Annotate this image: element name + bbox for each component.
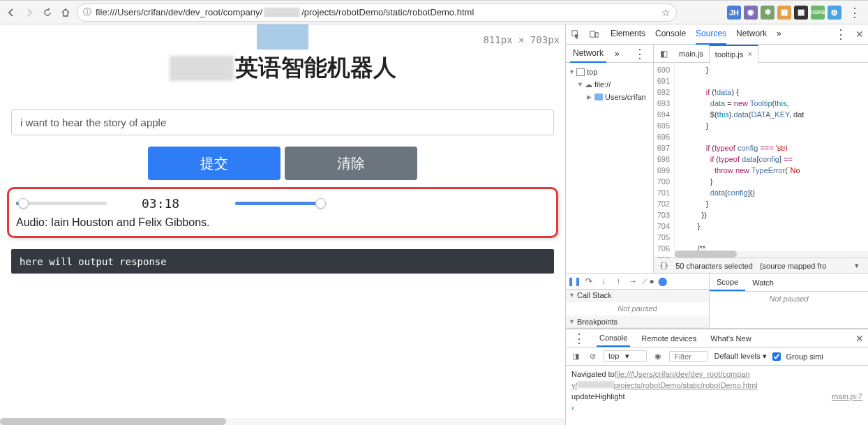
console-eye-icon[interactable]: ◉: [652, 351, 664, 362]
code-tab-tooltip[interactable]: tooltip.js×: [709, 45, 758, 63]
tab-elements[interactable]: Elements: [611, 24, 645, 45]
drawer-tab-whatsnew[interactable]: What's New: [708, 331, 754, 346]
tree-folder[interactable]: ▶Users/crifan: [567, 91, 652, 103]
watch-tab[interactable]: Watch: [745, 275, 781, 290]
step-out-icon[interactable]: ↑: [613, 276, 624, 287]
code-tab-main[interactable]: main.js: [673, 46, 709, 61]
drawer-close-icon[interactable]: ✕: [855, 333, 864, 344]
pause-exceptions-icon[interactable]: ⬤: [657, 276, 668, 287]
svg-rect-1: [590, 31, 594, 36]
status-dropdown-icon[interactable]: ▾: [851, 260, 862, 271]
step-into-icon[interactable]: ↓: [598, 276, 609, 287]
editor-status-bar: {} 50 characters selected (source mapped…: [654, 258, 868, 273]
extension-icons: JH ◉ ✱ ▦ ▩ CORS ◍: [727, 6, 841, 20]
navigator-overflow-icon[interactable]: »: [612, 45, 622, 62]
mapped-status: (source mapped fro: [760, 262, 826, 270]
audio-time-label: 03:18: [142, 196, 179, 211]
line-gutter: 690 691 692 693 694 695 696 697 698 699 …: [654, 63, 675, 258]
tab-sources[interactable]: Sources: [696, 24, 726, 45]
close-tab-icon[interactable]: ×: [747, 50, 752, 59]
pause-icon[interactable]: ❚❚: [569, 276, 580, 287]
console-context-select[interactable]: top ▾: [604, 350, 647, 362]
ext-icon[interactable]: ◍: [828, 6, 841, 20]
page-viewport: 811px × 703px 英语智能机器人 提交 清除: [0, 24, 566, 425]
ext-icon[interactable]: ▦: [777, 6, 791, 20]
info-icon: ⓘ: [83, 6, 91, 18]
device-toggle-icon[interactable]: [588, 29, 599, 40]
clear-button[interactable]: 清除: [285, 147, 417, 180]
debugger-toolbar: ❚❚ ↷ ↓ ↑ → ⟋● ⬤: [566, 274, 709, 290]
console-log-navigation: Navigated to file:///Users/crifan/dev/de…: [571, 368, 862, 380]
ext-icon[interactable]: ◉: [744, 6, 758, 20]
console-log-navigation-cont: y/projects/robotDemo/static/robotDemo.ht…: [571, 380, 862, 391]
audio-volume-slider[interactable]: [235, 202, 326, 205]
tab-network[interactable]: Network: [736, 24, 767, 45]
console-sidebar-icon[interactable]: ◨: [570, 351, 581, 362]
tabs-overflow-icon[interactable]: »: [777, 24, 781, 45]
response-output: here will output response: [11, 249, 554, 274]
submit-button[interactable]: 提交: [148, 147, 280, 180]
callstack-panel-header[interactable]: ▼Call Stack: [566, 290, 709, 302]
console-log-source-link[interactable]: main.js:7: [832, 391, 862, 402]
tree-scheme[interactable]: ▼☁file://: [567, 78, 652, 91]
reload-button[interactable]: [40, 6, 54, 20]
devtools-menu-icon[interactable]: ⋮: [832, 27, 850, 42]
deactivate-breakpoints-icon[interactable]: ⟋●: [642, 276, 653, 287]
navigator-tab-network[interactable]: Network: [570, 45, 606, 63]
code-horizontal-scrollbar[interactable]: [675, 251, 868, 258]
url-text: file:///Users/crifan/dev/dev_root/compan…: [96, 7, 657, 17]
step-icon[interactable]: →: [627, 276, 638, 287]
devtools-header: Elements Console Sources Network » ⋮ ✕: [566, 24, 868, 45]
console-drawer: ⋮ Console Remote devices What's New ✕ ◨ …: [566, 329, 868, 425]
ext-icon[interactable]: ✱: [761, 6, 775, 20]
console-filter-input[interactable]: [669, 351, 708, 362]
svg-rect-2: [595, 32, 598, 37]
page-horizontal-scrollbar[interactable]: [0, 418, 565, 425]
code-editor: ◧ main.js tooltip.js× 690 691 692 693 69…: [654, 45, 868, 273]
tree-top[interactable]: ▼top: [567, 66, 652, 78]
bookmark-star-icon[interactable]: ☆: [661, 7, 671, 18]
browser-menu-icon[interactable]: ⋮: [846, 5, 864, 20]
tab-console[interactable]: Console: [655, 24, 686, 45]
query-input[interactable]: [11, 109, 554, 135]
drawer-tab-console[interactable]: Console: [597, 330, 630, 347]
code-text[interactable]: } if (!data) { data = new Tooltip(this, …: [675, 63, 868, 258]
audio-caption: Audio: Iain Houston and Felix Gibbons.: [16, 216, 546, 229]
scope-tab[interactable]: Scope: [710, 274, 745, 291]
navigator-menu-icon[interactable]: ⋮: [631, 46, 649, 61]
drawer-tab-remote[interactable]: Remote devices: [638, 331, 699, 346]
ext-icon[interactable]: CORS: [811, 6, 825, 20]
audio-progress-slider[interactable]: [16, 202, 107, 205]
code-nav-icon[interactable]: ◧: [658, 48, 669, 59]
group-similar-label: Group simi: [786, 352, 823, 361]
back-button[interactable]: [4, 6, 18, 20]
devtools-close-icon[interactable]: ✕: [855, 29, 864, 40]
console-prompt[interactable]: ›: [571, 402, 862, 413]
callstack-not-paused: Not paused: [566, 301, 709, 315]
group-similar-checkbox[interactable]: [772, 352, 781, 361]
ext-icon[interactable]: ▩: [794, 6, 808, 20]
drawer-menu-icon[interactable]: ⋮: [570, 331, 588, 346]
pretty-print-icon[interactable]: {}: [659, 261, 668, 270]
scope-not-paused: Not paused: [710, 292, 868, 306]
viewport-dimensions: 811px × 703px: [483, 34, 560, 45]
sources-navigator: Network » ⋮ ▼top ▼☁file:// ▶Users/crifan: [566, 45, 654, 273]
inspect-icon[interactable]: [570, 29, 581, 40]
devtools-panel: Elements Console Sources Network » ⋮ ✕ N…: [566, 24, 868, 425]
step-over-icon[interactable]: ↷: [583, 276, 594, 287]
url-bar[interactable]: ⓘ file:///Users/crifan/dev/dev_root/comp…: [77, 3, 677, 22]
console-clear-icon[interactable]: ⊘: [587, 351, 598, 362]
page-title: 英语智能机器人: [11, 52, 554, 84]
console-log-line: updateHighlight main.js:7: [571, 391, 862, 402]
selection-status: 50 characters selected: [675, 262, 753, 270]
ext-icon[interactable]: JH: [727, 6, 741, 20]
app-logo: [257, 24, 308, 50]
log-levels-dropdown[interactable]: Default levels ▾: [714, 352, 766, 361]
breakpoints-panel-header[interactable]: ▼Breakpoints: [566, 315, 709, 328]
forward-button[interactable]: [22, 6, 36, 20]
browser-toolbar: ⓘ file:///Users/crifan/dev/dev_root/comp…: [0, 0, 868, 24]
audio-highlight-box: 03:18 Audio: Iain Houston and Felix Gibb…: [7, 187, 558, 238]
home-button[interactable]: [59, 6, 73, 20]
